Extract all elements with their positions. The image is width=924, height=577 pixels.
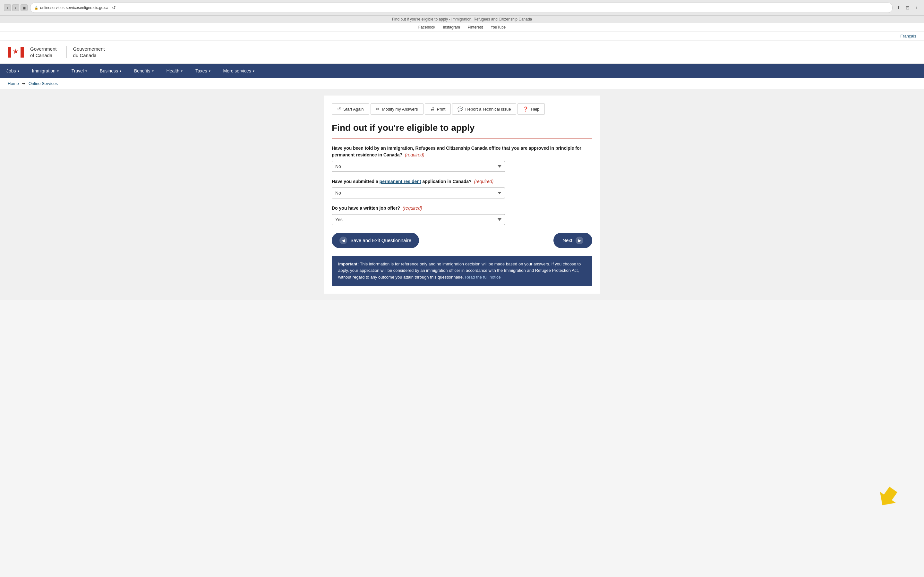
question-2: Have you submitted a permanent resident …	[332, 178, 592, 198]
browser-chrome: ‹ › ▣ 🔒 onlineservices-servicesenligne.c…	[0, 0, 924, 16]
start-again-icon: ↺	[337, 106, 341, 111]
immigration-chevron-icon: ▾	[57, 69, 59, 73]
canada-flag-logo[interactable]	[8, 47, 24, 58]
nav-travel[interactable]: Travel ▾	[65, 64, 94, 78]
url-bar[interactable]: 🔒 onlineservices-servicesenligne.cic.gc.…	[30, 3, 893, 13]
svg-rect-2	[21, 47, 24, 57]
question-2-label: Have you submitted a permanent resident …	[332, 178, 592, 185]
nav-taxes[interactable]: Taxes ▾	[189, 64, 217, 78]
youtube-link[interactable]: YouTube	[491, 25, 506, 29]
sidebar-button[interactable]: ▣	[21, 4, 27, 11]
more-services-chevron-icon: ▾	[253, 69, 254, 73]
tab-title: Find out if you're eligible to apply - I…	[0, 16, 924, 23]
breadcrumb-home[interactable]: Home	[8, 81, 19, 86]
help-button[interactable]: ❓ Help	[517, 103, 545, 115]
save-exit-button[interactable]: ◀ Save and Exit Questionnaire	[332, 233, 419, 248]
next-icon: ▶	[575, 237, 583, 244]
print-button[interactable]: 🖨 Print	[425, 103, 451, 115]
add-tab-button[interactable]: +	[913, 4, 920, 11]
title-divider	[332, 138, 592, 139]
question-3-select[interactable]: No Yes	[332, 214, 505, 225]
instagram-link[interactable]: Instagram	[443, 25, 460, 29]
info-box: Important: This information is for refer…	[332, 256, 592, 286]
print-icon: 🖨	[430, 106, 435, 111]
breadcrumb: Home ➜ Online Services	[0, 78, 924, 89]
start-again-button[interactable]: ↺ Start Again	[332, 103, 369, 115]
francais-link[interactable]: Français	[900, 34, 916, 39]
share-button[interactable]: ⬆	[895, 4, 902, 11]
save-exit-icon: ◀	[339, 237, 347, 244]
government-title-en: Governmentof Canada	[30, 46, 57, 58]
flag-image	[8, 47, 24, 58]
main-content: ↺ Start Again ✏ Modify my Answers 🖨 Prin…	[324, 95, 600, 293]
page-title: Find out if you're eligible to apply	[332, 122, 592, 133]
benefits-chevron-icon: ▾	[152, 69, 153, 73]
nav-health[interactable]: Health ▾	[160, 64, 189, 78]
breadcrumb-arrow-icon: ➜	[22, 81, 25, 86]
question-1-select[interactable]: No Yes	[332, 161, 505, 172]
forward-button[interactable]: ›	[12, 4, 19, 11]
nav-immigration[interactable]: Immigration ▾	[26, 64, 65, 78]
nav-jobs[interactable]: Jobs ▾	[0, 64, 26, 78]
question-1-label: Have you been told by an Immigration, Re…	[332, 145, 592, 158]
modify-answers-button[interactable]: ✏ Modify my Answers	[371, 103, 423, 115]
business-chevron-icon: ▾	[120, 69, 121, 73]
svg-rect-1	[8, 47, 11, 57]
lock-icon: 🔒	[34, 6, 38, 10]
report-issue-button[interactable]: 💬 Report a Technical Issue	[452, 103, 516, 115]
pinterest-link[interactable]: Pinterest	[468, 25, 483, 29]
report-issue-icon: 💬	[457, 106, 463, 111]
url-text: onlineservices-servicesenligne.cic.gc.ca	[40, 5, 108, 10]
question-3-label: Do you have a written job offer? (requir…	[332, 205, 592, 211]
main-navigation: Jobs ▾ Immigration ▾ Travel ▾ Business ▾…	[0, 64, 924, 78]
fullscreen-button[interactable]: ⊡	[904, 4, 911, 11]
next-button[interactable]: Next ▶	[553, 233, 592, 248]
permanent-resident-link[interactable]: permanent resident	[380, 179, 421, 184]
language-bar: Français	[0, 32, 924, 41]
action-toolbar: ↺ Start Again ✏ Modify my Answers 🖨 Prin…	[332, 103, 592, 115]
social-links-bar: Facebook Instagram Pinterest YouTube	[0, 23, 924, 32]
button-row: ◀ Save and Exit Questionnaire Next ▶	[332, 233, 592, 248]
government-title-fr: Gouvernementdu Canada	[66, 46, 105, 58]
breadcrumb-current[interactable]: Online Services	[29, 81, 58, 86]
help-icon: ❓	[523, 106, 528, 111]
modify-icon: ✏	[376, 106, 380, 111]
taxes-chevron-icon: ▾	[209, 69, 210, 73]
health-chevron-icon: ▾	[181, 69, 183, 73]
site-header: Governmentof Canada Gouvernementdu Canad…	[0, 41, 924, 64]
facebook-link[interactable]: Facebook	[418, 25, 435, 29]
browser-nav-buttons: ‹ › ▣	[4, 4, 27, 11]
read-full-notice-link[interactable]: Read the full notice	[465, 275, 501, 279]
question-1: Have you been told by an Immigration, Re…	[332, 145, 592, 172]
reload-button[interactable]: ↺	[110, 4, 118, 11]
question-2-select[interactable]: No Yes	[332, 187, 505, 198]
jobs-chevron-icon: ▾	[18, 69, 19, 73]
travel-chevron-icon: ▾	[86, 69, 87, 73]
back-button[interactable]: ‹	[4, 4, 11, 11]
nav-benefits[interactable]: Benefits ▾	[128, 64, 160, 78]
question-3: Do you have a written job offer? (requir…	[332, 205, 592, 225]
nav-more-services[interactable]: More services ▾	[217, 64, 261, 78]
browser-action-buttons: ⬆ ⊡ +	[895, 4, 920, 11]
nav-business[interactable]: Business ▾	[94, 64, 128, 78]
